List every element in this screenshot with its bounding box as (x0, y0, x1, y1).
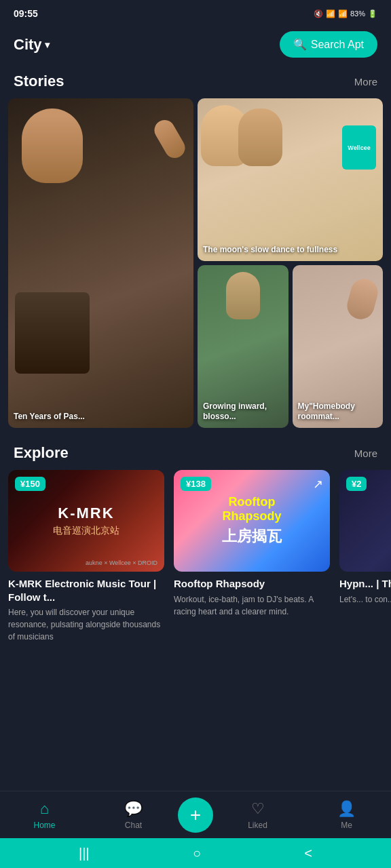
sys-pause-btn[interactable]: ||| (79, 846, 90, 861)
stories-header: Stories More (0, 67, 391, 98)
sys-back-btn[interactable]: < (304, 846, 312, 861)
heart-icon: ♡ (251, 800, 265, 818)
story-label-2: The moon's slow dance to fullness (203, 245, 377, 256)
explore-event-sub-1: 电音巡演北京站 (53, 525, 119, 537)
story-label-1: Ten Years of Pas... (14, 412, 188, 422)
nav-me-label: Me (341, 821, 352, 830)
nav-add-button[interactable]: + (178, 797, 213, 833)
nav-liked-label: Liked (248, 821, 267, 830)
search-apt-label: Search Apt (311, 39, 364, 51)
explore-card-img-3: ✦ ¥2 (339, 470, 391, 572)
chat-icon: 💬 (124, 800, 143, 818)
nav-home[interactable]: ⌂ Home (0, 800, 89, 830)
status-icons: 🔇 📶 📶 83% 🔋 (314, 9, 377, 18)
main-scroll[interactable]: City ▾ 🔍 Search Apt Stories More Ten Yea… (0, 24, 391, 791)
chevron-down-icon: ▾ (45, 39, 50, 50)
explore-section: Explore More K-MRK 电音巡演北京站 aukne × Wellc… (0, 439, 391, 643)
status-bar: 09:55 🔇 📶 📶 83% 🔋 (0, 0, 391, 24)
explore-title-1: K-MRK Electronic Music Tour | Follow t..… (8, 577, 164, 604)
story-card-3[interactable]: Growing inward, blosso... (198, 265, 288, 428)
city-selector[interactable]: City ▾ (14, 36, 50, 54)
nav-chat-label: Chat (125, 821, 142, 830)
signal-icon: 📶 (338, 9, 348, 18)
explore-scroll[interactable]: K-MRK 电音巡演北京站 aukne × Wellcee × DROID ¥1… (0, 470, 391, 643)
stories-title: Stories (14, 73, 64, 90)
city-label: City (14, 36, 42, 54)
explore-desc-2: Workout, ice-bath, jam to DJ's beats. A … (174, 593, 330, 618)
explore-desc-1: Here, you will discover your unique reso… (8, 606, 164, 643)
story-card-5[interactable]: My"Homebody roommat... (293, 265, 384, 428)
explore-card-2[interactable]: RooftopRhapsody 上房揭瓦 ↗ ¥138 Rooftop Rhap… (174, 470, 330, 643)
explore-price-1: ¥150 (15, 477, 45, 491)
story-card-1[interactable]: Ten Years of Pas... (8, 98, 193, 428)
story-label-5: My"Homebody roommat... (298, 401, 378, 422)
status-time: 09:55 (14, 8, 38, 19)
explore-event-name-1: K-MRK (58, 505, 114, 522)
explore-price-2: ¥138 (181, 477, 211, 491)
explore-card-img-2: RooftopRhapsody 上房揭瓦 ↗ ¥138 (174, 470, 330, 572)
person-icon: 👤 (337, 800, 356, 818)
explore-card-1[interactable]: K-MRK 电音巡演北京站 aukne × Wellcee × DROID ¥1… (8, 470, 164, 643)
explore-card-img-1: K-MRK 电音巡演北京站 aukne × Wellcee × DROID ¥1… (8, 470, 164, 572)
search-apt-button[interactable]: 🔍 Search Apt (280, 31, 377, 58)
story-label-3: Growing inward, blosso... (203, 401, 283, 422)
nav-liked[interactable]: ♡ Liked (213, 800, 302, 830)
stories-bottom-right: Growing inward, blosso... My"Homebody ro… (198, 265, 383, 428)
explore-title: Explore (14, 444, 69, 462)
stories-more-link[interactable]: More (354, 76, 377, 87)
explore-price-3: ¥2 (346, 477, 367, 491)
nav-chat[interactable]: 💬 Chat (89, 800, 178, 830)
wifi-icon: 📶 (326, 9, 335, 18)
story-card-2[interactable]: Wellcee The moon's slow dance to fullnes… (198, 98, 383, 261)
explore-desc-3: Let's... to con... allow... delive... (339, 593, 391, 606)
stories-right-col: Wellcee The moon's slow dance to fullnes… (198, 98, 383, 428)
app-header: City ▾ 🔍 Search Apt (0, 24, 391, 67)
nav-me[interactable]: 👤 Me (302, 800, 391, 830)
home-icon: ⌂ (40, 800, 49, 818)
bottom-nav: ⌂ Home 💬 Chat + ♡ Liked 👤 Me (0, 791, 391, 838)
explore-title-3: Hypn... | The... (339, 577, 391, 591)
search-icon: 🔍 (293, 38, 307, 51)
explore-header: Explore More (0, 439, 391, 470)
explore-event-name-2: RooftopRhapsody (222, 495, 281, 524)
sys-nav-bar: ||| ○ < (0, 838, 391, 868)
nav-home-label: Home (33, 821, 55, 830)
mute-icon: 🔇 (314, 9, 323, 18)
battery-text: 83% (350, 9, 365, 18)
battery-icon: 🔋 (368, 9, 377, 18)
sys-home-btn[interactable]: ○ (193, 846, 201, 861)
stories-grid: Ten Years of Pas... Wellcee The moon's s… (0, 98, 391, 428)
add-icon: + (190, 804, 201, 826)
explore-title-2: Rooftop Rhapsody (174, 577, 330, 591)
explore-more-link[interactable]: More (354, 448, 377, 459)
explore-card-3[interactable]: ✦ ¥2 Hypn... | The... Let's... to con...… (339, 470, 391, 643)
